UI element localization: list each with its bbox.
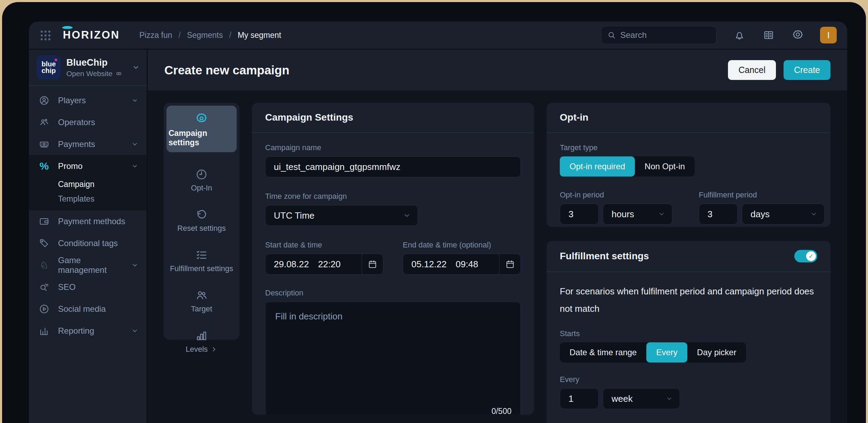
start-datetime-field: 29.08.22 22:20 xyxy=(265,254,383,275)
breadcrumb-separator: / xyxy=(179,31,181,40)
calendar-icon[interactable] xyxy=(362,254,383,274)
sidebar-item-templates[interactable]: Templates xyxy=(29,192,147,206)
sidebar-item-reporting[interactable]: Reporting xyxy=(29,320,147,342)
field-label: Fulfillment period xyxy=(699,190,825,200)
timezone-select[interactable]: UTC Time xyxy=(265,205,418,226)
panel-title: Fulfillment settings xyxy=(560,251,649,262)
every-option[interactable]: Every xyxy=(646,342,687,363)
org-switcher[interactable]: bluechip BlueChip Open Website xyxy=(29,50,147,85)
field-label: Target type xyxy=(560,143,817,152)
field-label: Every xyxy=(560,375,817,384)
search-field xyxy=(601,26,716,44)
panel-title: Campaign Settings xyxy=(265,112,353,123)
field-label: Opt-in period xyxy=(560,190,672,200)
play-circle-icon xyxy=(39,303,50,315)
topbar: HORIZON Pizza fun / Segments / My segmen… xyxy=(29,22,847,49)
chevron-down-icon xyxy=(131,163,138,170)
chevron-down-icon xyxy=(131,141,138,148)
non-opt-in-option[interactable]: Non Opt-in xyxy=(635,156,695,177)
breadcrumb-current: My segment xyxy=(238,31,281,40)
search-input[interactable] xyxy=(620,30,711,40)
step-reset-settings[interactable]: Reset settings xyxy=(166,209,237,233)
opt-in-period-unit-select[interactable]: hours xyxy=(603,204,672,225)
end-datetime-input[interactable]: 05.12.22 09:48 xyxy=(403,254,499,274)
fulfillment-period-unit-select[interactable]: days xyxy=(742,204,825,225)
step-label: Opt-In xyxy=(191,184,212,193)
bluechip-logo: bluechip xyxy=(36,55,61,80)
breadcrumb-item[interactable]: Pizza fun xyxy=(139,31,172,40)
campaign-settings-panel: Campaign Settings Campaign name Time zon… xyxy=(252,103,534,415)
tag-icon xyxy=(39,238,50,249)
field-label: Description xyxy=(265,288,521,298)
field-label: Starts xyxy=(560,329,817,338)
news-icon[interactable] xyxy=(762,29,775,41)
steps-rail: Campaign settings Opt-In Reset settings xyxy=(164,103,239,340)
seo-search-icon xyxy=(39,282,50,293)
fulfillment-description: For scenarios when fulfilment period and… xyxy=(560,283,817,317)
notifications-bell-icon[interactable] xyxy=(733,29,746,41)
date-time-range-option[interactable]: Date & time range xyxy=(560,342,646,363)
reset-icon xyxy=(195,209,208,221)
step-label: Campaign settings xyxy=(169,129,235,147)
sidebar-item-seo[interactable]: SEO xyxy=(29,276,147,298)
chevron-down-icon xyxy=(131,327,138,334)
banknote-icon xyxy=(39,139,50,150)
day-picker-option[interactable]: Day picker xyxy=(687,342,746,363)
user-avatar[interactable]: I xyxy=(820,27,837,43)
char-counter: 0/500 xyxy=(491,407,511,415)
bar-chart-icon xyxy=(39,325,50,336)
search-icon xyxy=(607,31,616,40)
sidebar-item-operators[interactable]: Operators xyxy=(29,111,147,133)
gear-icon xyxy=(195,112,208,125)
sidebar-item-payment-methods[interactable]: Payment methods xyxy=(29,210,147,232)
sidebar-item-payments[interactable]: Payments xyxy=(29,133,147,155)
app-shell: HORIZON Pizza fun / Segments / My segmen… xyxy=(29,22,847,423)
field-label: Campaign name xyxy=(265,143,521,152)
link-icon xyxy=(115,70,122,77)
panel-title: Opt-in xyxy=(560,112,588,123)
step-opt-in[interactable]: Opt-In xyxy=(166,168,237,193)
every-input[interactable]: 1 xyxy=(560,388,599,409)
step-levels[interactable]: Levels xyxy=(166,330,237,354)
start-datetime-input[interactable]: 29.08.22 22:20 xyxy=(265,254,361,274)
step-label: Reset settings xyxy=(177,224,226,233)
campaign-name-input[interactable] xyxy=(274,162,512,172)
step-fulfillment-settings[interactable]: Fulfillment settings xyxy=(166,249,237,273)
step-label: Target xyxy=(191,304,212,314)
every-unit-select[interactable]: week xyxy=(603,388,680,409)
step-campaign-settings[interactable]: Campaign settings xyxy=(166,106,237,152)
chevron-down-icon xyxy=(666,395,673,402)
calendar-icon[interactable] xyxy=(500,254,521,274)
operators-icon xyxy=(39,117,50,128)
apps-grid-icon[interactable] xyxy=(39,29,51,41)
sidebar-item-game-management[interactable]: ♘ Game management xyxy=(29,254,147,276)
people-icon xyxy=(195,289,208,302)
fulfillment-period-input[interactable]: 3 xyxy=(699,204,738,225)
clock-icon xyxy=(195,168,208,181)
sidebar-item-conditional-tags[interactable]: Conditional tags xyxy=(29,232,147,254)
sidebar-item-social-media[interactable]: Social media xyxy=(29,298,147,320)
sidebar-item-players[interactable]: Players xyxy=(29,89,147,111)
step-label: Levels xyxy=(186,345,218,354)
user-circle-icon xyxy=(39,95,50,106)
open-website-link[interactable]: Open Website xyxy=(66,70,122,78)
page-header: Create new campaign Cancel Create xyxy=(148,50,847,90)
create-button[interactable]: Create xyxy=(784,60,830,80)
opt-in-period-input[interactable]: 3 xyxy=(560,204,599,225)
chess-knight-icon: ♘ xyxy=(39,260,50,271)
breadcrumb-item[interactable]: Segments xyxy=(187,31,223,40)
levels-icon xyxy=(195,330,208,342)
sidebar-item-campaign[interactable]: Campaign xyxy=(29,177,147,192)
chevron-down-icon xyxy=(131,97,138,104)
step-label: Fulfillment settings xyxy=(170,264,233,273)
toggle-check-icon: ✓ xyxy=(806,251,816,261)
step-target[interactable]: Target xyxy=(166,289,237,314)
fulfillment-toggle[interactable]: ✓ xyxy=(794,250,817,262)
opt-in-panel: Opt-in Target type Opt-in required Non O… xyxy=(547,103,830,227)
sidebar-item-promo[interactable]: % Promo xyxy=(29,155,147,177)
cancel-button[interactable]: Cancel xyxy=(728,60,776,80)
settings-gear-icon[interactable] xyxy=(792,29,804,41)
opt-in-required-option[interactable]: Opt-in required xyxy=(560,156,635,177)
percent-icon: % xyxy=(39,161,50,172)
description-textarea[interactable] xyxy=(265,302,521,415)
